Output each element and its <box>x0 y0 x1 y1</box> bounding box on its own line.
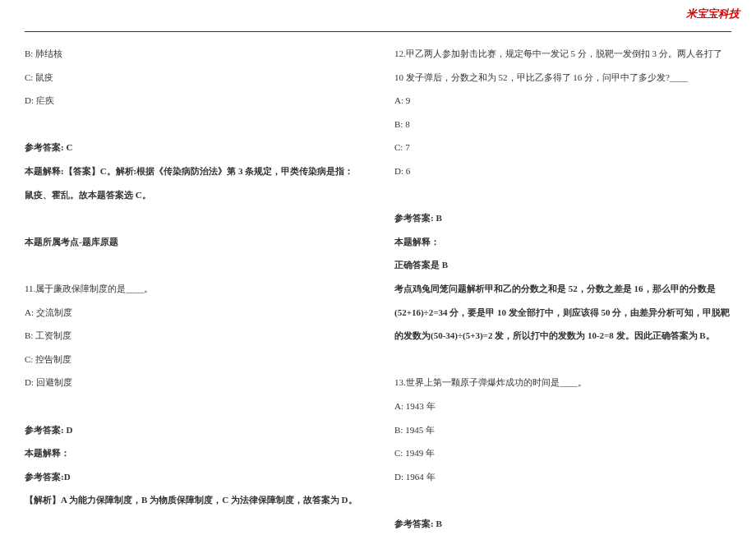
q12-explanation-body: 考点鸡兔同笼问题解析甲和乙的分数之和是 52，分数之差是 16，那么甲的分数是(… <box>394 277 731 348</box>
q11-option-a: A: 交流制度 <box>25 301 362 325</box>
q10-explanation: 本题解释:【答案】C。解析:根据《传染病防治法》第 3 条规定，甲类传染病是指：… <box>25 159 362 206</box>
q10-point: 本题所属考点-题库原题 <box>25 230 362 254</box>
q12-explanation-correct: 正确答案是 B <box>394 253 731 277</box>
q12-option-b: B: 8 <box>394 113 731 136</box>
q10-option-c: C: 鼠疫 <box>25 66 362 90</box>
q12-answer-label: 参考答案: B <box>394 206 731 230</box>
q12-option-d: D: 6 <box>394 159 731 183</box>
content-columns: B: 肺结核 C: 鼠疫 D: 疟疾 参考答案: C 本题解释:【答案】C。解析… <box>25 42 731 535</box>
q13-option-c: C: 1949 年 <box>394 441 731 465</box>
q13-option-b: B: 1945 年 <box>394 418 731 442</box>
q13-answer-label: 参考答案: B <box>394 512 731 535</box>
watermark: 米宝宝科技 <box>686 7 740 21</box>
q10-option-d: D: 疟疾 <box>25 89 362 113</box>
left-column: B: 肺结核 C: 鼠疫 D: 疟疾 参考答案: C 本题解释:【答案】C。解析… <box>25 42 362 535</box>
q11-stem: 11.属于廉政保障制度的是____。 <box>25 277 362 301</box>
q12-stem: 12.甲乙两人参加射击比赛，规定每中一发记 5 分，脱靶一发倒扣 3 分。两人各… <box>394 42 731 89</box>
q11-option-d: D: 回避制度 <box>25 371 362 394</box>
q11-answer-label: 参考答案: D <box>25 418 362 442</box>
q11-explanation-ans: 参考答案:D <box>25 465 362 489</box>
q11-explanation-body: 【解析】A 为能力保障制度，B 为物质保障制度，C 为法律保障制度，故答案为 D… <box>25 488 362 512</box>
q12-option-c: C: 7 <box>394 136 731 159</box>
q12-option-a: A: 9 <box>394 89 731 113</box>
q13-option-a: A: 1943 年 <box>394 394 731 418</box>
q12-explanation-head: 本题解释： <box>394 230 731 254</box>
q11-explanation-head: 本题解释： <box>25 441 362 465</box>
q11-option-b: B: 工资制度 <box>25 324 362 348</box>
right-column: 12.甲乙两人参加射击比赛，规定每中一发记 5 分，脱靶一发倒扣 3 分。两人各… <box>394 42 731 535</box>
q13-option-d: D: 1964 年 <box>394 465 731 489</box>
q13-stem: 13.世界上第一颗原子弹爆炸成功的时间是____。 <box>394 371 731 394</box>
horizontal-rule <box>25 31 731 32</box>
q10-option-b: B: 肺结核 <box>25 42 362 66</box>
q11-option-c: C: 控告制度 <box>25 348 362 371</box>
q10-answer-label: 参考答案: C <box>25 136 362 159</box>
